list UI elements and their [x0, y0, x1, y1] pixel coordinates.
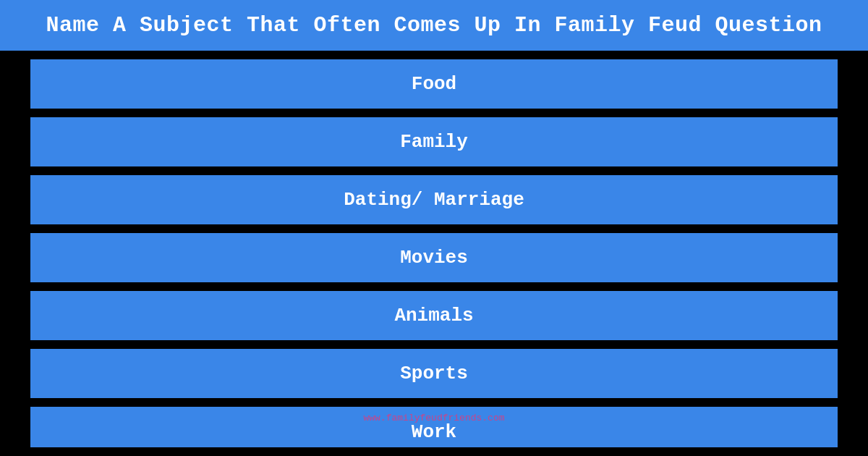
answer-bar[interactable]: Food [29, 58, 839, 110]
answer-bar[interactable]: Dating/ Marriage [29, 174, 839, 226]
answer-bar[interactable]: Sports [29, 347, 839, 400]
answer-bar[interactable]: Family [29, 116, 839, 168]
page-title: Name A Subject That Often Comes Up In Fa… [43, 13, 825, 38]
answer-label: Sports [400, 363, 468, 384]
answer-label: Dating/ Marriage [344, 189, 524, 211]
answers-container: FoodFamilyDating/ MarriageMoviesAnimalsS… [0, 51, 868, 456]
answer-label: Work [30, 421, 838, 443]
answer-bar[interactable]: www.familyfeudfriends.comWork [29, 405, 839, 449]
header: Name A Subject That Often Comes Up In Fa… [0, 0, 868, 51]
answer-label: Food [412, 73, 456, 95]
answer-label: Family [400, 131, 468, 153]
answer-label: Animals [394, 305, 473, 326]
answer-bar[interactable]: Movies [29, 232, 839, 284]
answer-bar[interactable]: Animals [29, 290, 839, 342]
answer-label: Movies [400, 247, 468, 269]
